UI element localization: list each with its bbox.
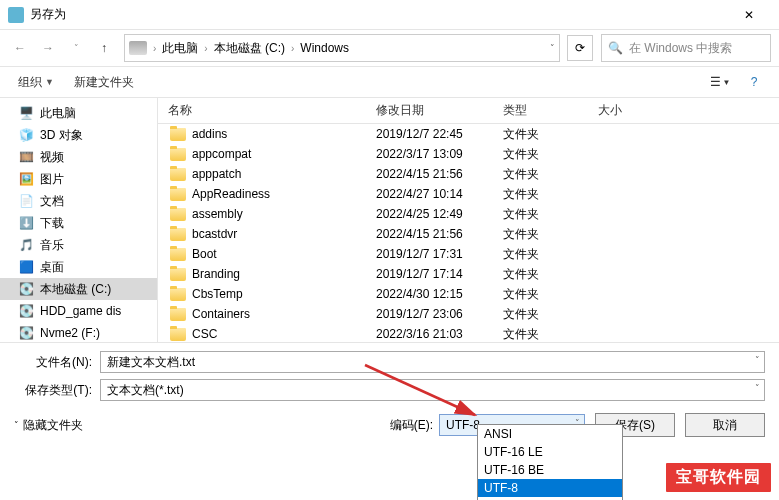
sidebar: 🖥️此电脑🧊3D 对象🎞️视频🖼️图片📄文档⬇️下载🎵音乐🟦桌面💽本地磁盘 (C… [0, 98, 158, 342]
filetype-combo[interactable]: 文本文档(*.txt) ˅ [100, 379, 765, 401]
file-name: CSC [192, 327, 217, 341]
file-type: 文件夹 [493, 126, 588, 143]
pic-icon: 🖼️ [18, 171, 34, 187]
sidebar-item[interactable]: 🎵音乐 [0, 234, 157, 256]
file-name: appcompat [192, 147, 251, 161]
encoding-option[interactable]: ANSI [478, 425, 622, 443]
search-icon: 🔍 [608, 41, 623, 55]
col-size[interactable]: 大小 [588, 102, 668, 119]
filename-input[interactable]: 新建文本文档.txt ˅ [100, 351, 765, 373]
sidebar-item[interactable]: 🖼️图片 [0, 168, 157, 190]
file-row[interactable]: addins2019/12/7 22:45文件夹 [158, 124, 779, 144]
breadcrumb-item[interactable]: 本地磁盘 (C:) [210, 38, 289, 59]
sidebar-item-label: 下载 [40, 215, 64, 232]
file-type: 文件夹 [493, 146, 588, 163]
breadcrumb-item[interactable]: 此电脑 [158, 38, 202, 59]
chevron-right-icon: › [151, 43, 158, 54]
app-icon [8, 7, 24, 23]
view-options-button[interactable]: ☰▼ [705, 70, 735, 94]
sidebar-item-label: 此电脑 [40, 105, 76, 122]
file-type: 文件夹 [493, 246, 588, 263]
file-date: 2019/12/7 17:31 [366, 247, 493, 261]
encoding-option[interactable]: UTF-16 LE [478, 443, 622, 461]
file-type: 文件夹 [493, 206, 588, 223]
col-date[interactable]: 修改日期 [366, 102, 493, 119]
search-placeholder: 在 Windows 中搜索 [629, 40, 732, 57]
refresh-button[interactable]: ⟳ [567, 35, 593, 61]
file-row[interactable]: CbsTemp2022/4/30 12:15文件夹 [158, 284, 779, 304]
recent-dropdown[interactable]: ˅ [64, 36, 88, 60]
cancel-button[interactable]: 取消 [685, 413, 765, 437]
sidebar-item[interactable]: 💽HDD_game dis [0, 300, 157, 322]
encoding-label: 编码(E): [390, 417, 439, 434]
folder-icon [170, 148, 186, 161]
folder-icon [170, 268, 186, 281]
close-button[interactable]: ✕ [726, 1, 771, 29]
file-row[interactable]: appcompat2022/3/17 13:09文件夹 [158, 144, 779, 164]
new-folder-button[interactable]: 新建文件夹 [66, 70, 142, 95]
address-dropdown-icon[interactable]: ˅ [550, 43, 555, 53]
file-type: 文件夹 [493, 306, 588, 323]
address-bar[interactable]: › 此电脑 › 本地磁盘 (C:) › Windows ˅ [124, 34, 560, 62]
watermark: 宝哥软件园 [664, 461, 773, 494]
encoding-option[interactable]: UTF-16 BE [478, 461, 622, 479]
sidebar-item[interactable]: ⬇️下载 [0, 212, 157, 234]
encoding-option[interactable]: UTF-8 [478, 479, 622, 497]
encoding-dropdown[interactable]: ANSIUTF-16 LEUTF-16 BEUTF-8带有 BOM 的 UTF-… [477, 424, 623, 500]
file-list[interactable]: addins2019/12/7 22:45文件夹appcompat2022/3/… [158, 124, 779, 342]
file-date: 2022/3/17 13:09 [366, 147, 493, 161]
organize-button[interactable]: 组织▼ [10, 70, 62, 95]
music-icon: 🎵 [18, 237, 34, 253]
navbar: ← → ˅ ↑ › 此电脑 › 本地磁盘 (C:) › Windows ˅ ⟳ … [0, 30, 779, 66]
sidebar-item[interactable]: 🎞️视频 [0, 146, 157, 168]
file-row[interactable]: Boot2019/12/7 17:31文件夹 [158, 244, 779, 264]
sidebar-item-label: Nvme2 (F:) [40, 326, 100, 340]
file-date: 2022/4/27 10:14 [366, 187, 493, 201]
sidebar-item[interactable]: 🧊3D 对象 [0, 124, 157, 146]
file-type: 文件夹 [493, 326, 588, 343]
sidebar-item[interactable]: 🖥️此电脑 [0, 102, 157, 124]
hide-folders-toggle[interactable]: ˅ 隐藏文件夹 [14, 417, 83, 434]
filename-value: 新建文本文档.txt [107, 354, 195, 371]
column-headers: 名称 修改日期 类型 大小 [158, 98, 779, 124]
sidebar-item[interactable]: 🟦桌面 [0, 256, 157, 278]
file-name: addins [192, 127, 227, 141]
file-row[interactable]: Branding2019/12/7 17:14文件夹 [158, 264, 779, 284]
file-name: AppReadiness [192, 187, 270, 201]
file-date: 2022/3/16 21:03 [366, 327, 493, 341]
file-row[interactable]: bcastdvr2022/4/15 21:56文件夹 [158, 224, 779, 244]
up-button[interactable]: ↑ [92, 36, 116, 60]
chevron-right-icon: › [289, 43, 296, 54]
col-type[interactable]: 类型 [493, 102, 588, 119]
toolbar: 组织▼ 新建文件夹 ☰▼ ? [0, 66, 779, 98]
sidebar-item[interactable]: 💽Nvme2 (F:) [0, 322, 157, 342]
file-name: CbsTemp [192, 287, 243, 301]
file-row[interactable]: AppReadiness2022/4/27 10:14文件夹 [158, 184, 779, 204]
drive-icon: 💽 [18, 281, 34, 297]
file-date: 2019/12/7 22:45 [366, 127, 493, 141]
filetype-label: 保存类型(T): [14, 382, 100, 399]
back-button[interactable]: ← [8, 36, 32, 60]
file-row[interactable]: CSC2022/3/16 21:03文件夹 [158, 324, 779, 342]
chevron-down-icon[interactable]: ˅ [755, 355, 760, 365]
sidebar-item-label: 视频 [40, 149, 64, 166]
chevron-down-icon[interactable]: ˅ [755, 383, 760, 393]
col-name[interactable]: 名称 [158, 102, 366, 119]
file-row[interactable]: Containers2019/12/7 23:06文件夹 [158, 304, 779, 324]
search-input[interactable]: 🔍 在 Windows 中搜索 [601, 34, 771, 62]
file-row[interactable]: apppatch2022/4/15 21:56文件夹 [158, 164, 779, 184]
file-name: assembly [192, 207, 243, 221]
drive-icon: 💽 [18, 303, 34, 319]
sidebar-item[interactable]: 📄文档 [0, 190, 157, 212]
help-button[interactable]: ? [739, 70, 769, 94]
folder-icon [170, 208, 186, 221]
file-date: 2022/4/15 21:56 [366, 227, 493, 241]
file-name: apppatch [192, 167, 241, 181]
sidebar-item-label: HDD_game dis [40, 304, 121, 318]
sidebar-item-label: 本地磁盘 (C:) [40, 281, 111, 298]
bottom-panel: 文件名(N): 新建文本文档.txt ˅ 保存类型(T): 文本文档(*.txt… [0, 342, 779, 445]
sidebar-item[interactable]: 💽本地磁盘 (C:) [0, 278, 157, 300]
file-row[interactable]: assembly2022/4/25 12:49文件夹 [158, 204, 779, 224]
forward-button[interactable]: → [36, 36, 60, 60]
breadcrumb-item[interactable]: Windows [296, 39, 353, 57]
